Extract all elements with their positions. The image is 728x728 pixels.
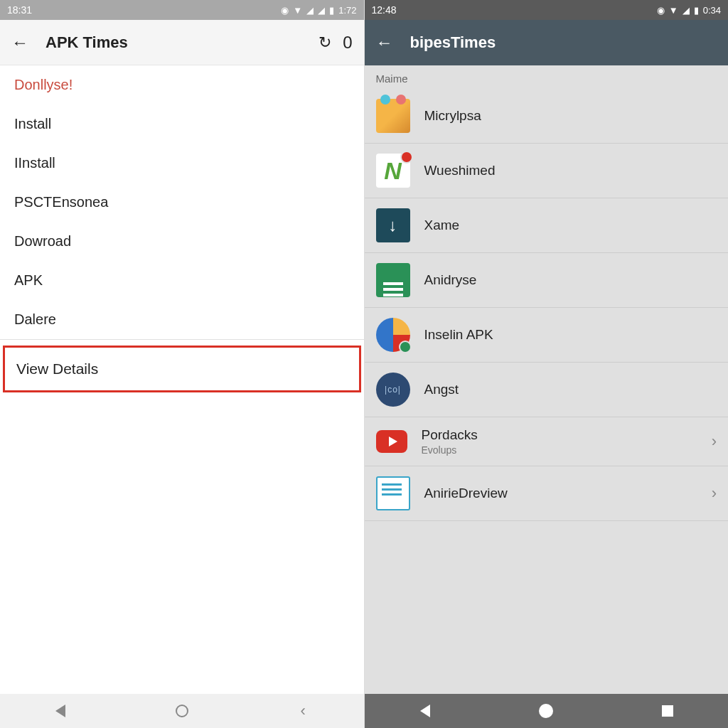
battery-text: 0:34 xyxy=(703,5,721,16)
circle-icon: |co| xyxy=(376,373,410,407)
app-row[interactable]: Micrylpsa xyxy=(365,89,729,144)
app-name: Angst xyxy=(424,382,717,397)
wifi-icon: ▼ xyxy=(293,5,302,16)
chevron-right-icon: › xyxy=(712,432,717,451)
nav-back[interactable] xyxy=(412,698,438,724)
app-row[interactable]: |co|Angst xyxy=(365,363,729,417)
nav-recent[interactable] xyxy=(655,698,680,724)
menu-item[interactable]: Install xyxy=(0,105,364,144)
nav-home[interactable] xyxy=(533,698,559,724)
n-icon: N xyxy=(376,154,410,188)
view-details-label: View Details xyxy=(16,360,98,377)
app-row[interactable]: PordacksEvolups› xyxy=(365,417,729,466)
down-icon: ↓ xyxy=(376,208,410,242)
app-subtitle: Evolups xyxy=(422,444,712,456)
notif-icon: ◉ xyxy=(657,5,665,16)
mail-icon xyxy=(376,99,410,133)
count-badge: 0 xyxy=(343,33,352,53)
app-title: APK Times xyxy=(46,33,318,52)
app-list: Maime MicrylpsaNWueshimed↓XameAnidryseIn… xyxy=(365,65,729,694)
lines-icon xyxy=(376,263,410,297)
menu-item[interactable]: Dowroad xyxy=(0,222,364,261)
signal-icon: ◢ xyxy=(682,5,690,16)
status-time: 12:48 xyxy=(372,4,657,16)
status-bar: 18:31 ◉ ▼ ◢ ◢ ▮ 1:72 xyxy=(0,0,364,20)
back-button[interactable]: ← xyxy=(376,33,393,53)
app-bar: ← APK Times ↻ 0 xyxy=(0,20,364,65)
app-name: Inselin APK xyxy=(424,327,717,343)
wifi-icon: ▼ xyxy=(669,5,678,16)
battery-text: 1:72 xyxy=(338,5,356,16)
status-time: 18:31 xyxy=(7,4,281,16)
app-name: Wueshimed xyxy=(424,163,717,178)
app-bar: ← bipesTimes xyxy=(365,20,729,65)
battery-icon: ▮ xyxy=(694,5,699,16)
battery-icon: ▮ xyxy=(329,5,334,16)
nav-recent[interactable]: ‹ xyxy=(290,698,316,724)
status-bar: 12:48 ◉ ▼ ◢ ▮ 0:34 xyxy=(365,0,729,20)
pie-icon xyxy=(376,318,410,352)
nav-back[interactable] xyxy=(48,698,73,724)
app-name: Xame xyxy=(424,218,717,233)
menu-item[interactable]: IInstall xyxy=(0,144,364,183)
back-button[interactable]: ← xyxy=(11,33,28,53)
app-title: bipesTimes xyxy=(410,33,717,52)
yt-icon xyxy=(376,430,407,453)
status-icons: ◉ ▼ ◢ ▮ 0:34 xyxy=(657,5,721,16)
notif-icon: ◉ xyxy=(281,5,289,16)
section-label: Maime xyxy=(365,65,729,89)
chevron-right-icon: › xyxy=(712,484,717,503)
menu-item[interactable]: APK xyxy=(0,261,364,300)
status-icons: ◉ ▼ ◢ ◢ ▮ 1:72 xyxy=(281,5,356,16)
right-phone: 12:48 ◉ ▼ ◢ ▮ 0:34 ← bipesTimes Maime Mi… xyxy=(365,0,729,728)
view-details-button[interactable]: View Details xyxy=(3,346,361,392)
nav-home[interactable] xyxy=(169,698,195,724)
signal-icon-2: ◢ xyxy=(318,5,325,16)
menu-item[interactable]: Dalere xyxy=(0,300,364,339)
refresh-button[interactable]: ↻ xyxy=(318,33,331,52)
app-name: Pordacks xyxy=(422,427,712,443)
doc-icon xyxy=(376,476,410,510)
app-name: Micrylpsa xyxy=(424,108,717,124)
app-row[interactable]: NWueshimed xyxy=(365,144,729,198)
app-name: Anidryse xyxy=(424,272,717,288)
app-name: AnirieDreview xyxy=(424,486,712,501)
app-row[interactable]: Inselin APK xyxy=(365,308,729,363)
menu-item[interactable]: Donllyse! xyxy=(0,65,364,105)
menu-list: Donllyse!InstallIInstallPSCTEnsoneaDowro… xyxy=(0,65,364,694)
nav-bar: ‹ xyxy=(0,694,364,728)
menu-item[interactable]: PSCTEnsonea xyxy=(0,183,364,222)
nav-bar xyxy=(365,694,729,728)
app-row[interactable]: Anidryse xyxy=(365,253,729,308)
left-phone: 18:31 ◉ ▼ ◢ ◢ ▮ 1:72 ← APK Times ↻ 0 Don… xyxy=(0,0,365,728)
app-row[interactable]: ↓Xame xyxy=(365,198,729,253)
signal-icon: ◢ xyxy=(306,5,314,16)
app-row[interactable]: AnirieDreview› xyxy=(365,466,729,521)
